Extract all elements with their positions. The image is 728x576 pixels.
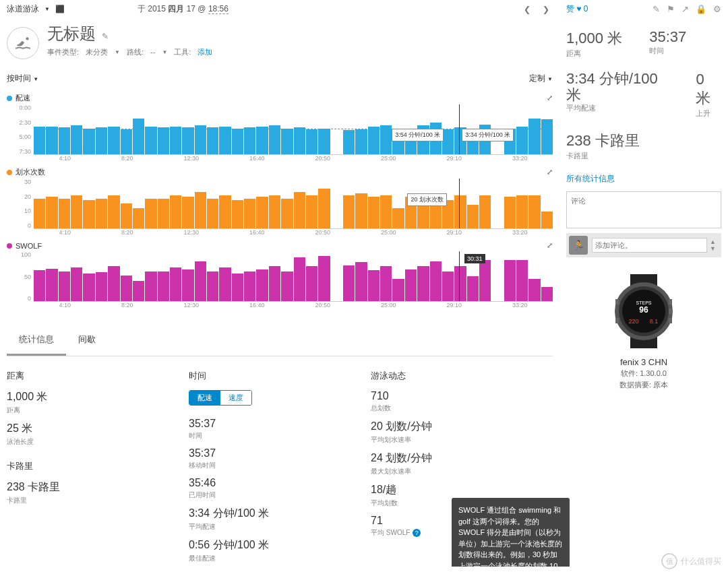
swolf-help-icon[interactable]: ? <box>413 529 421 537</box>
svg-rect-11 <box>669 299 672 305</box>
sidebar-time-label: 时间 <box>649 46 686 56</box>
activity-type[interactable]: 泳道游泳 <box>7 3 39 15</box>
expand-swolf-icon[interactable]: ⤢ <box>547 241 553 250</box>
prev-activity-icon[interactable]: ❮ <box>520 5 534 14</box>
x-tick: 4:10 <box>59 229 71 236</box>
comment-textarea[interactable] <box>566 191 721 228</box>
tab-stats[interactable]: 统计信息 <box>7 325 66 356</box>
chart-bar <box>405 269 417 301</box>
chart-bar <box>294 257 305 301</box>
device-image: STEPS 96 220 8.1 <box>603 271 684 352</box>
total-strokes-label: 总划数 <box>371 404 543 413</box>
chart-bar <box>182 127 193 154</box>
chart-bar <box>170 267 181 301</box>
expand-pace-icon[interactable]: ⤢ <box>547 94 553 102</box>
stroke-y-axis: 30 20 10 0 <box>7 179 34 229</box>
tab-laps[interactable]: 间歇 <box>66 325 108 356</box>
chart-bar <box>281 271 293 301</box>
edit-icon[interactable]: ✎ <box>653 4 660 14</box>
chart-bar <box>195 125 206 154</box>
sidebar-distance-label: 距离 <box>566 49 622 59</box>
chart-bar <box>442 129 454 154</box>
x-tick: 29:10 <box>446 302 462 309</box>
chart-bar <box>34 127 45 154</box>
event-type-dropdown-icon[interactable]: ▼ <box>115 49 120 55</box>
chart-bar <box>454 195 466 228</box>
chart-bar <box>96 199 107 228</box>
chart-bar <box>392 279 404 301</box>
lock-icon[interactable]: 🔒 <box>696 4 706 14</box>
chart-bar <box>355 193 367 228</box>
chart-bar <box>232 129 243 154</box>
chart-bar <box>59 199 70 228</box>
x-tick: 20:50 <box>315 302 330 309</box>
elapsed-time-label: 已用时间 <box>189 490 361 500</box>
all-stats-link[interactable]: 所有统计信息 <box>566 173 721 185</box>
chart-bar <box>479 260 491 301</box>
svg-text:8.1: 8.1 <box>650 318 659 325</box>
chart-bar <box>133 119 144 154</box>
chart-bar <box>244 271 255 301</box>
chart-bar <box>83 129 94 154</box>
sidebar-distance-value: 1,000 米 <box>566 28 622 49</box>
route-label: 路线: <box>127 47 144 57</box>
chart-bar <box>170 127 181 154</box>
next-activity-icon[interactable]: ❯ <box>539 5 553 14</box>
chart-bar <box>256 269 268 301</box>
flag-icon[interactable]: ⚑ <box>667 4 675 14</box>
device-name: fenix 3 CHN <box>566 357 721 367</box>
dropdown-icon[interactable]: ▼ <box>44 6 50 12</box>
pool-length-value: 25 米 <box>7 422 179 436</box>
chart-bar <box>368 270 380 301</box>
chart-bar <box>219 267 231 301</box>
sidebar-ascent-value: 0 米 <box>696 71 721 108</box>
chart-bar <box>318 129 330 154</box>
calories-heading: 卡路里 <box>7 460 179 472</box>
x-tick: 29:10 <box>446 229 462 236</box>
chart-bar <box>343 130 355 154</box>
tools-add-link[interactable]: 添加 <box>198 47 212 57</box>
edit-title-icon[interactable]: ✎ <box>102 32 109 41</box>
best-pace-label: 最佳配速 <box>189 554 361 563</box>
route-value[interactable]: -- <box>150 48 155 56</box>
x-tick: 33:20 <box>512 302 528 309</box>
chart-bar <box>541 287 553 301</box>
toggle-speed[interactable]: 速度 <box>220 391 251 405</box>
chart-bar <box>269 195 280 228</box>
comment-spinner-icon[interactable]: ▲▼ <box>707 238 719 252</box>
event-type-value[interactable]: 未分类 <box>86 47 108 57</box>
chart-bar <box>182 197 193 228</box>
x-tick: 8:20 <box>121 229 133 236</box>
pace-tooltip-1: 3:54 分钟/100 米 <box>392 129 444 141</box>
pace-speed-toggle[interactable]: 配速 速度 <box>189 390 252 406</box>
x-tick: 8:20 <box>121 302 133 309</box>
chart-bar <box>256 197 268 228</box>
strokes-per-length-value: 18/趟 <box>371 483 543 497</box>
chart-bar <box>207 127 218 154</box>
boat-icon: ⬛ <box>55 5 65 13</box>
add-comment-input[interactable] <box>592 238 707 253</box>
pace-tooltip-2: 3:34 分钟/100 米 <box>462 129 514 141</box>
chart-bar <box>46 269 57 301</box>
x-tick: 4:10 <box>59 155 71 162</box>
by-time-dropdown[interactable]: 按时间 ▼ <box>7 73 38 84</box>
distance-label: 距离 <box>7 406 179 415</box>
chart-bar <box>479 195 491 228</box>
expand-stroke-icon[interactable]: ⤢ <box>547 168 553 177</box>
chart-bar <box>108 266 119 301</box>
x-tick: 8:20 <box>121 155 133 162</box>
chart-bar <box>417 266 429 301</box>
chart-bar <box>281 129 293 154</box>
share-icon[interactable]: ↗ <box>681 4 689 14</box>
toggle-pace[interactable]: 配速 <box>189 391 220 405</box>
svg-text:值: 值 <box>666 557 673 565</box>
x-tick: 25:00 <box>381 155 396 162</box>
gear-icon[interactable]: ⚙ <box>713 4 721 14</box>
chart-bar <box>269 266 280 301</box>
like-button[interactable]: 赞 ♥ 0 <box>566 3 588 15</box>
chart-bar <box>454 266 466 301</box>
chart-bar <box>306 195 317 228</box>
route-dropdown-icon[interactable]: ▼ <box>162 49 167 55</box>
custom-dropdown[interactable]: 定制 ▼ <box>529 73 553 84</box>
chart-bar <box>71 125 82 154</box>
